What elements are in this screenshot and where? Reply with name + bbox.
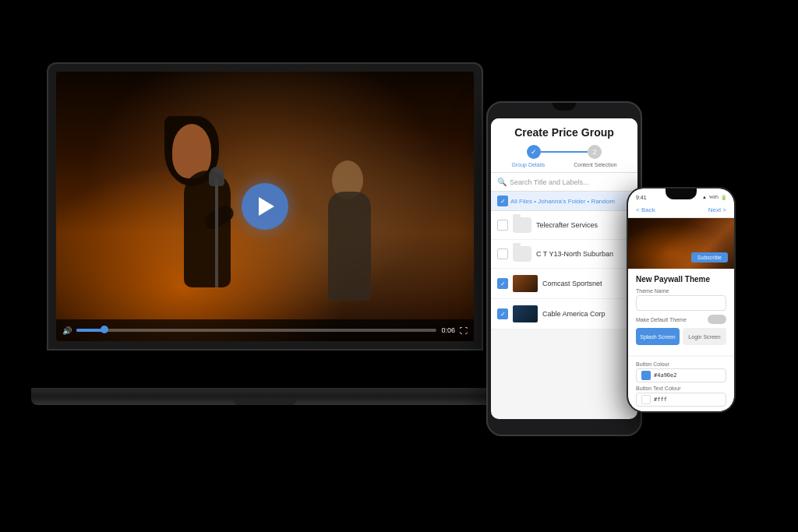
- microphone: [209, 167, 224, 186]
- make-default-toggle[interactable]: [708, 315, 726, 324]
- concert-photo: 🔊 0:06 ⛶: [56, 72, 474, 341]
- phone-clock: 9:41: [636, 195, 647, 200]
- breadcrumb-check-icon: ✓: [497, 196, 508, 206]
- screen-tabs: Splash Screen Login Screen: [636, 328, 726, 345]
- item-checkbox-checked[interactable]: ✓: [497, 278, 508, 289]
- theme-name-input[interactable]: [636, 295, 726, 311]
- item-checkbox[interactable]: [497, 248, 508, 259]
- step-line: [541, 151, 588, 153]
- tablet-steps: ✓ 2: [497, 145, 631, 159]
- step-1-label: Group Details: [511, 162, 545, 167]
- laptop-notch: [234, 399, 296, 405]
- next-button[interactable]: Next >: [708, 206, 726, 213]
- signal-icon: ▲: [702, 195, 707, 199]
- login-screen-tab[interactable]: Login Screen: [683, 328, 726, 345]
- phone-screen: 9:41 ▲ WiFi 🔋 < Back Next > Subscribe Ne…: [628, 188, 734, 411]
- phone-color-section: Button Colour #4a90e2 Button Text Colour…: [628, 357, 734, 411]
- tablet-title: Create Price Group: [497, 126, 631, 139]
- progress-fill: [76, 329, 105, 332]
- mic-stand: [215, 178, 218, 287]
- phone-navigation: < Back Next >: [628, 203, 734, 218]
- item-checkbox[interactable]: [497, 220, 508, 231]
- battery-icon: 🔋: [721, 195, 726, 200]
- button-text-color-label: Button Text Colour: [636, 386, 726, 391]
- time-display: 0:06: [441, 326, 455, 334]
- button-color-label: Button Colour: [636, 361, 726, 367]
- button-color-swatch: [641, 371, 651, 380]
- scene: 🔊 0:06 ⛶ Cre: [0, 0, 798, 532]
- list-item[interactable]: ✓ Comcast Sportsnet: [491, 269, 637, 299]
- splash-screen-tab[interactable]: Splash Screen: [636, 328, 680, 345]
- wifi-icon: WiFi: [709, 195, 719, 199]
- make-default-row: Make Default Theme: [636, 315, 726, 324]
- button-color-value: #4a90e2: [654, 372, 677, 379]
- guitarist-figure: [312, 160, 390, 301]
- tablet-breadcrumb: ✓ All Files • Johanna's Folder • Random: [491, 192, 637, 211]
- laptop: 🔊 0:06 ⛶: [47, 62, 499, 405]
- search-placeholder: Search Title and Labels...: [510, 178, 589, 186]
- step-2-circle: 2: [588, 145, 602, 159]
- tablet-camera: [553, 103, 576, 111]
- theme-name-label: Theme Name: [636, 288, 726, 294]
- list-item[interactable]: ✓ Cable America Corp: [491, 299, 637, 329]
- button-text-color-value: #fff: [654, 396, 667, 403]
- phone-notch: [666, 188, 697, 199]
- video-thumbnail: [513, 305, 538, 322]
- make-default-label: Make Default Theme: [636, 317, 687, 322]
- tablet-file-list: Telecrafter Services C T Y13-North Subur…: [491, 211, 637, 329]
- item-name: Cable America Corp: [542, 310, 631, 318]
- phone-cta-button[interactable]: Subscribe: [691, 252, 728, 262]
- singer-figure: [161, 132, 254, 287]
- tablet-screen: Create Price Group ✓ 2 Group Details Con…: [491, 118, 637, 419]
- form-title: New Paywall Theme: [636, 275, 726, 284]
- button-text-color-input[interactable]: #fff: [636, 393, 726, 407]
- item-name: C T Y13-North Suburban: [536, 250, 631, 258]
- folder-icon: [513, 246, 531, 262]
- laptop-bezel: 🔊 0:06 ⛶: [47, 62, 483, 351]
- button-text-color-swatch: [641, 395, 651, 404]
- progress-bar[interactable]: [76, 329, 436, 332]
- laptop-base: [31, 388, 499, 405]
- progress-dot: [101, 326, 108, 333]
- tablet-header: Create Price Group ✓ 2 Group Details Con…: [491, 118, 637, 173]
- play-button[interactable]: [242, 183, 288, 230]
- button-color-input[interactable]: #4a90e2: [636, 368, 726, 382]
- guitarist-body: [328, 192, 371, 301]
- step-labels: Group Details Content Selection: [497, 162, 631, 167]
- laptop-screen: 🔊 0:06 ⛶: [56, 72, 474, 341]
- tablet: Create Price Group ✓ 2 Group Details Con…: [486, 101, 642, 436]
- volume-icon[interactable]: 🔊: [62, 326, 72, 335]
- fullscreen-icon[interactable]: ⛶: [460, 326, 468, 335]
- step-2-label: Content Selection: [574, 162, 616, 167]
- item-checkbox-checked[interactable]: ✓: [497, 308, 508, 319]
- back-button[interactable]: < Back: [636, 206, 655, 213]
- breadcrumb-path: All Files • Johanna's Folder • Random: [510, 198, 615, 205]
- item-name: Telecrafter Services: [536, 221, 631, 229]
- step-1-circle: ✓: [527, 145, 541, 159]
- list-item[interactable]: Telecrafter Services: [491, 211, 637, 240]
- video-thumbnail: [513, 275, 538, 292]
- list-item[interactable]: C T Y13-North Suburban: [491, 240, 637, 269]
- phone: 9:41 ▲ WiFi 🔋 < Back Next > Subscribe Ne…: [627, 187, 736, 413]
- play-icon: [259, 197, 274, 216]
- folder-icon: [513, 217, 531, 233]
- phone-hero-image: Subscribe: [628, 218, 734, 269]
- phone-status-icons: ▲ WiFi 🔋: [702, 195, 726, 200]
- search-icon: 🔍: [497, 178, 507, 186]
- item-name: Comcast Sportsnet: [542, 280, 631, 287]
- phone-form: New Paywall Theme Theme Name Make Defaul…: [628, 269, 734, 355]
- video-controls: 🔊 0:06 ⛶: [56, 319, 474, 341]
- tablet-search-bar[interactable]: 🔍 Search Title and Labels...: [491, 173, 637, 192]
- singer-body: [184, 171, 231, 287]
